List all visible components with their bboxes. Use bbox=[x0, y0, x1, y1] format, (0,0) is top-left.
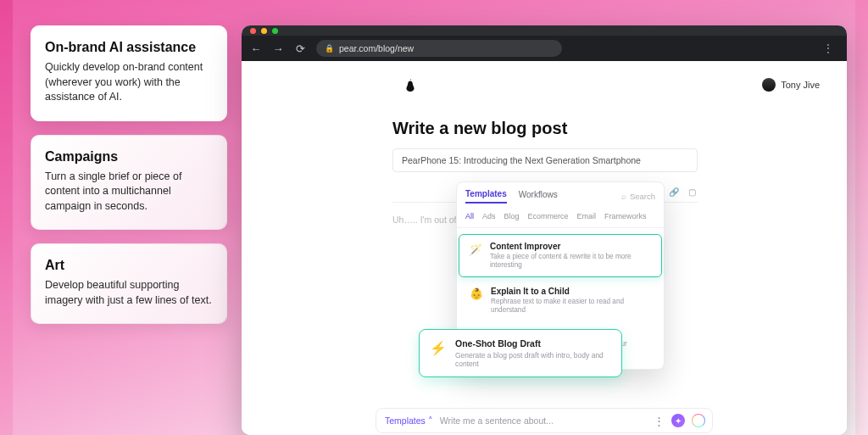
popover-search[interactable]: ⌕ Search bbox=[621, 192, 655, 201]
browser-menu-icon[interactable]: ⋮ bbox=[823, 42, 838, 54]
template-desc: Rephrase text to make it easier to read … bbox=[491, 298, 652, 315]
prompt-input[interactable]: Write me a sentence about... bbox=[440, 415, 554, 426]
reload-icon[interactable]: ⟳ bbox=[294, 42, 306, 55]
browser-window: ← → ⟳ 🔒 pear.com/blog/new ⋮ Tony Jive Wr… bbox=[242, 25, 847, 435]
user-name: Tony Jive bbox=[781, 80, 820, 90]
template-content-improver[interactable]: 🪄 Content Improver Take a piece of conte… bbox=[459, 234, 662, 277]
tab-workflows[interactable]: Workflows bbox=[519, 190, 558, 203]
maximize-window-icon[interactable] bbox=[272, 28, 278, 34]
child-icon: 👶 bbox=[469, 287, 484, 302]
feature-card-desc: Quickly develop on-brand content (wherev… bbox=[45, 60, 213, 105]
prompt-bar: Templates ˄ Write me a sentence about...… bbox=[376, 408, 713, 433]
ai-icon[interactable] bbox=[692, 414, 705, 427]
popover-filters: All Ads Blog Ecommerce Email Frameworks bbox=[457, 209, 664, 228]
template-title: Content Improver bbox=[490, 242, 653, 251]
bolt-icon: ⚡ bbox=[430, 338, 447, 357]
template-title: Explain It to a Child bbox=[491, 287, 652, 296]
feature-card-title: Campaigns bbox=[45, 149, 213, 165]
chevron-up-icon: ˄ bbox=[428, 415, 433, 426]
post-title-input[interactable] bbox=[392, 148, 698, 172]
feature-card-list: On-brand AI assistance Quickly develop o… bbox=[31, 25, 227, 324]
back-icon[interactable]: ← bbox=[250, 42, 262, 55]
forward-icon[interactable]: → bbox=[272, 42, 284, 55]
user-menu[interactable]: Tony Jive bbox=[762, 78, 820, 92]
close-window-icon[interactable] bbox=[250, 28, 256, 34]
template-explain-child[interactable]: 👶 Explain It to a Child Rephrase text to… bbox=[460, 280, 660, 321]
window-controls bbox=[242, 25, 847, 36]
lock-icon: 🔒 bbox=[325, 44, 334, 53]
filter-blog[interactable]: Blog bbox=[504, 212, 520, 220]
avatar bbox=[762, 78, 776, 92]
feature-card-desc: Develop beautiful supporting imagery wit… bbox=[45, 278, 213, 308]
more-options-icon[interactable]: ⋮ bbox=[654, 415, 665, 427]
popover-tabs: Templates Workflows ⌕ Search bbox=[457, 182, 664, 209]
filter-all[interactable]: All bbox=[465, 212, 474, 220]
feature-card-ai-assistance[interactable]: On-brand AI assistance Quickly develop o… bbox=[31, 25, 227, 121]
pear-logo-icon bbox=[404, 78, 416, 92]
template-one-shot-blog[interactable]: ⚡ One-Shot Blog Draft Generate a blog po… bbox=[419, 329, 622, 377]
filter-ecommerce[interactable]: Ecommerce bbox=[528, 212, 569, 220]
search-icon: ⌕ bbox=[621, 192, 626, 201]
feature-card-desc: Turn a single brief or piece of content … bbox=[45, 170, 213, 215]
template-title: One-Shot Blog Draft bbox=[455, 338, 611, 349]
filter-email[interactable]: Email bbox=[577, 212, 597, 220]
feature-card-title: On-brand AI assistance bbox=[45, 40, 213, 55]
link-icon[interactable]: 🔗 bbox=[669, 187, 679, 197]
url-bar[interactable]: 🔒 pear.com/blog/new bbox=[316, 40, 562, 57]
browser-toolbar: ← → ⟳ 🔒 pear.com/blog/new ⋮ bbox=[242, 36, 847, 61]
page-content: Tony Jive Write a new blog post ↶ ↷ Norm… bbox=[242, 61, 847, 435]
page-title: Write a new blog post bbox=[392, 119, 698, 138]
image-icon[interactable]: ▢ bbox=[688, 187, 696, 197]
filter-frameworks[interactable]: Frameworks bbox=[604, 212, 647, 220]
url-text: pear.com/blog/new bbox=[339, 43, 414, 53]
filter-ads[interactable]: Ads bbox=[482, 212, 496, 220]
search-placeholder: Search bbox=[630, 192, 655, 201]
tab-templates[interactable]: Templates bbox=[465, 189, 507, 204]
wand-icon: 🪄 bbox=[468, 242, 483, 257]
feature-card-art[interactable]: Art Develop beautiful supporting imagery… bbox=[31, 243, 227, 324]
feature-card-campaigns[interactable]: Campaigns Turn a single brief or piece o… bbox=[31, 135, 227, 231]
feature-card-title: Art bbox=[45, 258, 213, 273]
app-topbar: Tony Jive bbox=[242, 78, 847, 92]
enhance-icon[interactable]: ✦ bbox=[671, 414, 685, 427]
minimize-window-icon[interactable] bbox=[261, 28, 267, 34]
templates-button[interactable]: Templates ˄ bbox=[385, 415, 433, 426]
template-desc: Take a piece of content & rewrite it to … bbox=[490, 253, 653, 270]
template-desc: Generate a blog post draft with intro, b… bbox=[455, 351, 611, 368]
